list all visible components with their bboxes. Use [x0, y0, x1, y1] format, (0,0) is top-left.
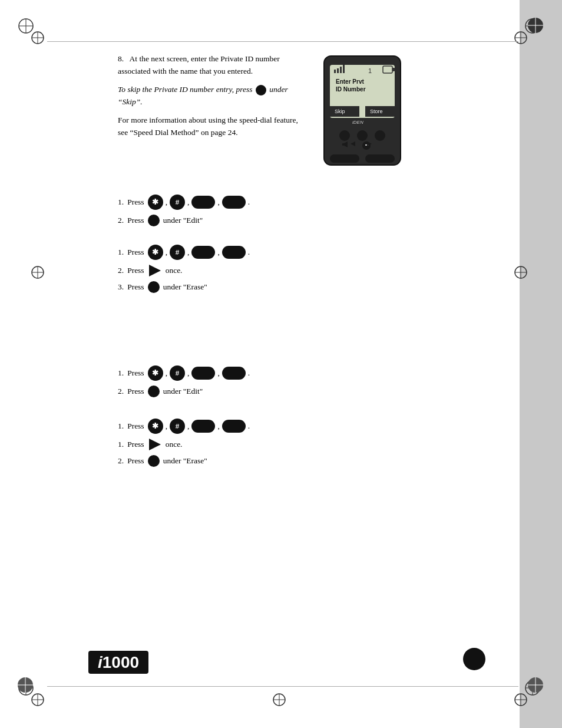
s4-l1-num: 1.: [118, 421, 124, 431]
section4-line2: 1. Press once.: [118, 439, 250, 450]
svg-text:Skip: Skip: [335, 108, 345, 114]
s2-l3-press: Press: [127, 282, 144, 292]
section2-line3: 3. Press under "Erase": [118, 281, 250, 293]
svg-text:Enter Prvt: Enter Prvt: [336, 78, 364, 85]
star-btn-3: ✱: [148, 365, 163, 381]
hash-btn-2: #: [170, 245, 185, 260]
oval-btn-2b: [222, 246, 246, 259]
black-circle-badge: [463, 648, 485, 670]
s1-l2-num: 2.: [118, 216, 124, 225]
step8-section: 8. At the next screen, enter the Private…: [118, 53, 436, 173]
i1000-badge-area: i1000: [88, 653, 148, 672]
section3-line2: 2. Press under "Edit": [118, 386, 250, 397]
s4-l2-press: Press: [127, 440, 144, 449]
s2-l1-num: 1.: [118, 248, 124, 257]
reg-mark-mr: [513, 264, 529, 281]
arrow-btn-4: [149, 439, 161, 450]
step8-paragraph: 8. At the next screen, enter the Private…: [118, 53, 300, 78]
svg-text:iDEN: iDEN: [352, 120, 363, 125]
svg-rect-46: [340, 67, 342, 73]
phone-graphic: 1 Enter Prvt ID Number Skip Store iDEN: [315, 53, 415, 173]
oval-btn-1a: [191, 196, 215, 209]
skip-button-icon: [256, 85, 266, 95]
s4-l3-press: Press: [127, 456, 144, 466]
i1000-number: 1000: [103, 653, 139, 671]
svg-rect-62: [342, 143, 348, 146]
section1-line2: 2. Press under "Edit": [118, 215, 250, 226]
svg-rect-44: [334, 70, 336, 73]
circle-btn-edit: [148, 215, 160, 226]
phone-svg: 1 Enter Prvt ID Number Skip Store iDEN: [315, 53, 409, 171]
s3-l2-num: 2.: [118, 387, 124, 396]
svg-point-60: [375, 130, 385, 141]
svg-text:ID Number: ID Number: [336, 86, 366, 93]
oval-btn-4b: [222, 420, 246, 433]
s4-l3-num: 2.: [118, 456, 124, 466]
reg-mark-tr-fill: [527, 17, 544, 34]
reg-mark-tl-inner: [29, 29, 46, 46]
svg-point-59: [357, 130, 368, 141]
s1-l2-press: Press: [127, 216, 144, 225]
svg-rect-45: [337, 68, 339, 73]
s1-l1-press: Press: [127, 197, 144, 207]
i1000-tag: i1000: [88, 651, 148, 674]
reg-mark-bl-inner: [29, 691, 46, 708]
svg-text:Store: Store: [370, 108, 383, 114]
arrow-btn-2: [149, 265, 161, 276]
s3-l1-num: 1.: [118, 368, 124, 378]
circle-btn-erase: [148, 281, 160, 293]
section2-line1: 1. Press ✱ , # , , .: [118, 245, 250, 260]
s2-l3-under-erase: under "Erase": [163, 282, 207, 292]
circle-btn-edit2: [148, 386, 160, 397]
circle-btn-erase2: [148, 455, 160, 467]
s2-l2-once: once.: [166, 266, 183, 275]
s1-l1-num: 1.: [118, 197, 124, 207]
section2-line2: 2. Press once.: [118, 265, 250, 276]
svg-text:1: 1: [368, 67, 372, 74]
step8-row: 8. At the next screen, enter the Private…: [118, 53, 436, 173]
star-btn-2: ✱: [148, 245, 163, 260]
hash-btn-4: #: [170, 419, 185, 434]
top-rule: [47, 41, 518, 42]
section1: 1. Press ✱ , # , , . 2. Press under "Edi…: [118, 195, 250, 226]
step8-para2: For more information about using the spe…: [118, 114, 300, 139]
section3: 1. Press ✱ , # , , . 2. Press under "Edi…: [118, 365, 250, 397]
step8-text: At the next screen, enter the Private ID…: [118, 54, 280, 75]
step8-italic-note: To skip the Private ID number entry, pre…: [118, 84, 300, 108]
s3-l1-press: Press: [127, 368, 144, 378]
oval-btn-3b: [222, 367, 246, 380]
svg-rect-47: [343, 65, 345, 73]
reg-mark-br-fill: [527, 676, 544, 694]
s3-l2-under-edit: under "Edit": [163, 387, 203, 396]
s2-l2-press: Press: [127, 266, 144, 275]
s4-l3-under-erase: under "Erase": [163, 456, 207, 466]
section4-line1: 1. Press ✱ , # , , .: [118, 419, 250, 434]
step8-text-block: 8. At the next screen, enter the Private…: [118, 53, 300, 139]
oval-btn-3a: [191, 367, 215, 380]
svg-rect-67: [330, 154, 359, 163]
reg-mark-bc: [271, 691, 287, 708]
oval-btn-4a: [191, 420, 215, 433]
s4-l2-once: once.: [166, 440, 183, 449]
section1-line1: 1. Press ✱ , # , , .: [118, 195, 250, 210]
section4-line3: 2. Press under "Erase": [118, 455, 250, 467]
svg-point-58: [339, 130, 350, 141]
section4: 1. Press ✱ , # , , . 1. Press once. 2. P…: [118, 419, 250, 467]
star-btn-4: ✱: [148, 419, 163, 434]
reg-mark-br-inner: [513, 691, 529, 708]
sidebar-right: [520, 0, 562, 728]
svg-rect-50: [392, 68, 395, 71]
hash-btn-3: #: [170, 365, 185, 381]
oval-btn-1b: [222, 196, 246, 209]
star-btn-1: ✱: [148, 195, 163, 210]
svg-rect-68: [365, 154, 395, 163]
section2: 1. Press ✱ , # , , . 2. Press once. 3. P…: [118, 245, 250, 293]
hash-btn-1: #: [170, 195, 185, 210]
reg-mark-ml: [29, 264, 46, 281]
s2-l3-num: 3.: [118, 282, 124, 292]
s4-l2-num: 1.: [118, 440, 124, 449]
s2-l1-press: Press: [127, 248, 144, 257]
s4-l1-press: Press: [127, 421, 144, 431]
i1000-i: i: [98, 653, 103, 671]
oval-btn-2a: [191, 246, 215, 259]
